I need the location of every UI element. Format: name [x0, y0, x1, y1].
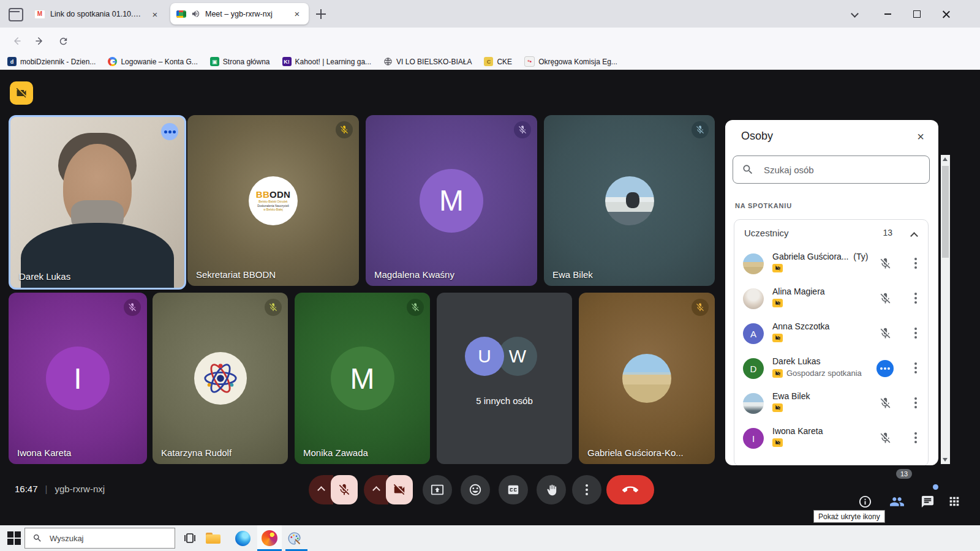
tile-other-participants[interactable]: U W 5 innych osób	[437, 293, 572, 464]
participant-menu-button[interactable]	[908, 430, 923, 445]
mic-off-icon	[879, 432, 892, 444]
more-options-button[interactable]	[572, 475, 601, 504]
cke-icon: C	[484, 57, 493, 66]
gmail-icon: M	[34, 10, 45, 19]
scrollbar-thumb[interactable]	[942, 166, 949, 258]
video-tile-gabriela[interactable]: Gabriela Guściora-Ko...	[579, 293, 715, 464]
mic-options-button[interactable]	[309, 475, 333, 504]
tab-close-icon[interactable]: ×	[292, 9, 303, 20]
video-tile-katarzyna-rudolf[interactable]: Katarzyna Rudolf	[153, 293, 288, 464]
reactions-button[interactable]	[461, 475, 490, 504]
video-tile-monika-zawada[interactable]: M Monika Zawada	[295, 293, 430, 464]
firefox-view-icon[interactable]	[9, 8, 23, 21]
info-icon	[858, 495, 872, 509]
meeting-details-button[interactable]	[856, 493, 873, 510]
panel-scrollbar[interactable]	[941, 155, 950, 464]
avatar	[743, 253, 764, 274]
reload-button[interactable]	[55, 33, 71, 49]
leave-call-button[interactable]	[606, 475, 654, 504]
camera-toggle-button[interactable]	[386, 475, 413, 504]
scroll-up-icon[interactable]	[943, 157, 948, 161]
bookmark-favicon: d	[7, 57, 17, 66]
search-people-box[interactable]	[733, 156, 930, 184]
paint-icon	[287, 531, 302, 546]
close-window-button[interactable]	[932, 0, 960, 28]
forward-button[interactable]	[32, 33, 48, 49]
bookmark-kahoot[interactable]: K!Kahoot! | Learning ga...	[282, 57, 372, 66]
mic-off-icon	[268, 302, 278, 312]
camera-options-button[interactable]	[364, 475, 388, 504]
meet-icon	[176, 10, 186, 18]
search-people-input[interactable]	[763, 164, 921, 176]
mic-off-icon	[879, 257, 892, 270]
raise-hand-button[interactable]	[537, 475, 566, 504]
video-tile-sekretariat-bbodn[interactable]: BBODN Bielsko-Bialski Ośrodek Doskonalen…	[187, 115, 359, 286]
list-all-tabs-button[interactable]	[840, 0, 869, 28]
participant-menu-button[interactable]	[908, 361, 923, 375]
firefox-icon	[262, 530, 277, 546]
participant-menu-button[interactable]	[908, 326, 923, 340]
camera-off-warning-badge[interactable]	[10, 81, 33, 105]
search-icon	[742, 163, 754, 176]
tab-meet[interactable]: Meet – ygb-rxrw-nxj ×	[170, 3, 309, 24]
scroll-down-icon[interactable]	[943, 458, 948, 462]
minimize-button[interactable]	[873, 0, 902, 28]
task-view-button[interactable]	[181, 530, 198, 547]
people-panel-button[interactable]	[888, 493, 905, 510]
edge-button[interactable]	[234, 530, 251, 547]
video-tile-iwona-kareta[interactable]: I Iwona Kareta	[9, 293, 147, 464]
mic-toggle-button[interactable]	[331, 475, 358, 504]
atom-icon	[203, 361, 238, 396]
mic-off-badge	[692, 121, 709, 138]
close-icon[interactable]: ×	[913, 129, 929, 144]
panel-title: Osoby	[741, 130, 773, 143]
paint-button[interactable]	[285, 530, 303, 547]
participant-row: D Darek Lukas Gospodarz spotkania	[734, 351, 928, 386]
bookmark-google-login[interactable]: Logowanie – Konta G...	[108, 57, 197, 66]
firefox-active-tile[interactable]	[257, 525, 282, 551]
start-button[interactable]	[7, 531, 21, 545]
participants-group: Uczestnicy 13 Gabriela Guściora... (Ty) …	[734, 219, 929, 465]
mic-off-icon	[879, 327, 892, 340]
activities-button[interactable]	[946, 493, 963, 510]
taskbar-search-box[interactable]	[24, 528, 175, 549]
taskbar-search-input[interactable]	[48, 533, 167, 544]
participant-menu-button[interactable]	[908, 291, 923, 305]
captions-button[interactable]	[499, 475, 528, 504]
call-end-icon	[622, 482, 638, 498]
participant-menu-button[interactable]	[908, 395, 923, 410]
avatar-photo	[622, 354, 671, 403]
bookmark-cke[interactable]: CCKE	[484, 57, 512, 66]
file-explorer-button[interactable]	[205, 530, 222, 547]
apps-grid-icon	[948, 495, 961, 508]
bookmark-label: Strona główna	[223, 58, 270, 66]
participant-menu-button[interactable]	[908, 256, 923, 271]
speaking-indicator-icon[interactable]	[161, 123, 178, 140]
bookmark-mobidziennik[interactable]: dmobiDziennik - Dzien...	[7, 57, 96, 66]
restore-button[interactable]	[903, 0, 931, 28]
bookmark-label: mobiDziennik - Dzien...	[20, 58, 96, 66]
mic-off-icon	[410, 302, 420, 312]
tab-close-icon[interactable]: ×	[149, 9, 160, 20]
video-tile-darek-lukas[interactable]: Darek Lukas	[9, 115, 186, 290]
avatar: I	[743, 428, 764, 449]
present-screen-button[interactable]	[423, 475, 452, 504]
bookmark-oke[interactable]: °•Okręgowa Komisja Eg...	[524, 56, 617, 67]
bookmark-vilo[interactable]: VI LO BIELSKO-BIAŁA	[383, 57, 472, 66]
chat-button[interactable]	[919, 493, 936, 510]
video-tile-magdalena-kwasny[interactable]: M Magdalena Kwaśny	[366, 115, 537, 286]
tab-title: Link do spotkania 01.10.2025 r.	[50, 10, 145, 18]
participant-row: Gabriela Guściora... (Ty)	[734, 247, 928, 282]
participants-group-header[interactable]: Uczestnicy 13	[734, 220, 928, 247]
windows-taskbar: 16:47 01.10.2025	[0, 525, 980, 551]
tab-audio-icon[interactable]	[191, 9, 200, 18]
tab-gmail[interactable]: M Link do spotkania 01.10.2025 r. ×	[28, 4, 167, 24]
back-button[interactable]	[9, 33, 24, 49]
search-icon	[32, 533, 42, 543]
new-tab-button[interactable]	[315, 8, 327, 20]
collapse-chevron-icon[interactable]	[911, 230, 917, 241]
tile-name: Katarzyna Rudolf	[161, 448, 232, 458]
video-tile-ewa-bilek[interactable]: Ewa Bilek	[544, 115, 715, 286]
camera-off-badge	[772, 334, 783, 342]
bookmark-strona-glowna[interactable]: ▣Strona główna	[210, 57, 270, 66]
